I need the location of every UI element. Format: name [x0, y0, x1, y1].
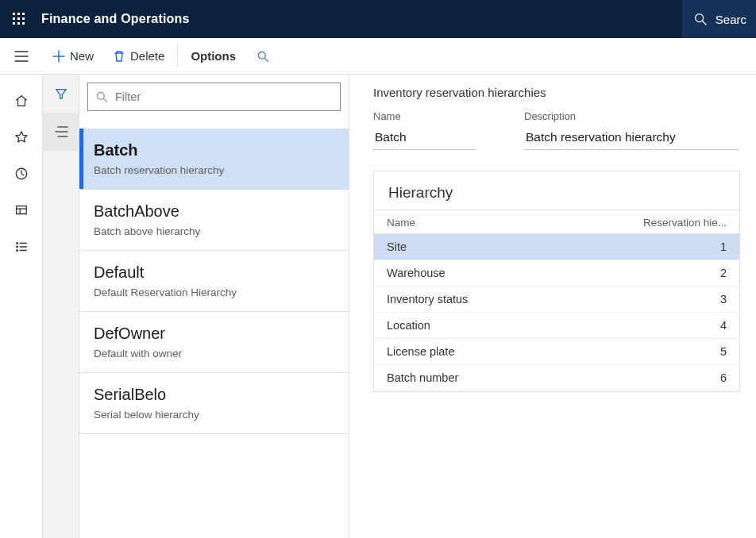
list-item-title: SerialBelo — [94, 386, 338, 404]
list-toolbar-column — [43, 75, 79, 538]
modules-icon — [14, 240, 29, 254]
svg-point-26 — [16, 250, 17, 252]
app-title: Finance and Operations — [41, 12, 190, 26]
svg-rect-6 — [13, 22, 15, 25]
svg-point-24 — [16, 246, 17, 248]
action-divider — [177, 45, 178, 67]
row-name: Inventory status — [374, 286, 630, 313]
row-level: 6 — [630, 365, 739, 391]
content-area: BatchBatch reservation hierarchyBatchAbo… — [0, 75, 756, 538]
list-item[interactable]: BatchBatch reservation hierarchy — [79, 129, 349, 190]
header-fields: Name Batch Description Batch reservation… — [373, 110, 740, 150]
svg-rect-19 — [16, 206, 26, 214]
grid-col-level[interactable]: Reservation hie... — [630, 210, 739, 234]
clock-icon — [14, 167, 29, 181]
trash-icon — [113, 50, 125, 63]
page-title: Inventory reservation hierarchies — [373, 86, 740, 99]
table-row[interactable]: Location4 — [374, 313, 739, 339]
global-search-button[interactable]: Searc — [682, 0, 756, 38]
description-value[interactable]: Batch reservation hierarchy — [524, 127, 739, 150]
waffle-icon — [13, 13, 25, 25]
record-list: BatchBatch reservation hierarchyBatchAbo… — [79, 129, 349, 538]
list-item-subtitle: Default with owner — [94, 348, 338, 359]
find-button[interactable] — [245, 39, 280, 74]
nav-favorites[interactable] — [0, 119, 43, 156]
plus-icon — [52, 50, 65, 63]
list-item[interactable]: SerialBeloSerial below hierarchy — [79, 373, 349, 434]
list-lines-icon — [54, 125, 68, 138]
list-item[interactable]: BatchAboveBatch above hierarchy — [79, 190, 349, 251]
list-item[interactable]: DefOwnerDefault with owner — [79, 312, 349, 373]
search-icon — [256, 50, 269, 63]
row-level: 1 — [630, 234, 739, 260]
name-label: Name — [373, 110, 476, 122]
svg-rect-0 — [13, 13, 15, 15]
list-item-subtitle: Serial below hierarchy — [94, 409, 338, 421]
svg-line-32 — [103, 98, 106, 102]
delete-label: Delete — [130, 49, 164, 63]
hierarchy-section-title: Hierarchy — [374, 171, 739, 209]
svg-point-16 — [258, 52, 265, 59]
nav-expand-button[interactable] — [0, 38, 43, 75]
filter-pane-toggle[interactable] — [43, 75, 79, 113]
row-name: Batch number — [374, 365, 630, 391]
search-icon — [95, 90, 108, 103]
description-label: Description — [524, 110, 739, 122]
row-level: 3 — [630, 286, 739, 313]
delete-button[interactable]: Delete — [103, 39, 174, 74]
filter-container — [79, 75, 349, 117]
nav-modules[interactable] — [0, 229, 43, 265]
funnel-icon — [54, 86, 68, 101]
table-row[interactable]: Warehouse2 — [374, 260, 739, 286]
svg-point-9 — [696, 14, 704, 22]
table-row[interactable]: License plate5 — [374, 339, 739, 365]
search-icon — [693, 12, 708, 26]
svg-rect-4 — [17, 17, 20, 20]
nav-recent[interactable] — [0, 156, 43, 192]
row-level: 4 — [630, 313, 739, 339]
list-view-toggle[interactable] — [43, 113, 79, 151]
svg-point-22 — [16, 243, 17, 244]
nav-home[interactable] — [0, 83, 43, 119]
svg-rect-7 — [17, 22, 20, 25]
options-label: Options — [191, 49, 236, 63]
list-item-subtitle: Batch reservation hierarchy — [94, 164, 338, 176]
svg-rect-2 — [22, 13, 25, 15]
field-name: Name Batch — [373, 110, 476, 150]
table-row[interactable]: Inventory status3 — [374, 286, 739, 313]
table-row[interactable]: Batch number6 — [374, 365, 739, 391]
nav-workspaces[interactable] — [0, 192, 43, 229]
new-label: New — [70, 49, 94, 63]
table-row[interactable]: Site1 — [374, 234, 739, 260]
row-name: Site — [374, 234, 630, 260]
action-pane: New Delete Options — [0, 38, 756, 75]
row-level: 2 — [630, 260, 739, 286]
home-icon — [14, 94, 29, 108]
options-button[interactable]: Options — [181, 39, 245, 74]
list-item-title: Batch — [94, 141, 338, 159]
app-launcher-button[interactable] — [0, 0, 38, 38]
detail-panel: Inventory reservation hierarchies Name B… — [349, 75, 756, 538]
svg-rect-5 — [22, 17, 25, 20]
svg-point-31 — [97, 92, 104, 99]
grid-col-name[interactable]: Name — [374, 210, 630, 234]
global-search-label: Searc — [716, 13, 746, 26]
hamburger-icon — [14, 51, 29, 62]
row-name: License plate — [374, 339, 630, 365]
star-icon — [14, 130, 29, 144]
list-item-subtitle: Batch above hierarchy — [94, 225, 338, 237]
name-value[interactable]: Batch — [373, 127, 476, 150]
svg-rect-3 — [13, 17, 15, 20]
list-item-subtitle: Default Reservation Hierarchy — [94, 286, 338, 298]
new-button[interactable]: New — [43, 39, 103, 74]
list-item-title: DefOwner — [94, 325, 338, 343]
field-description: Description Batch reservation hierarchy — [524, 110, 739, 150]
svg-rect-1 — [17, 13, 20, 15]
list-item-title: Default — [94, 263, 338, 282]
list-item[interactable]: DefaultDefault Reservation Hierarchy — [79, 251, 349, 312]
hierarchy-section: Hierarchy Name Reservation hie... Site1W… — [373, 171, 740, 392]
row-name: Warehouse — [374, 260, 630, 286]
svg-rect-8 — [22, 22, 25, 25]
filter-input[interactable] — [87, 83, 341, 111]
global-header: Finance and Operations Searc — [0, 0, 756, 38]
